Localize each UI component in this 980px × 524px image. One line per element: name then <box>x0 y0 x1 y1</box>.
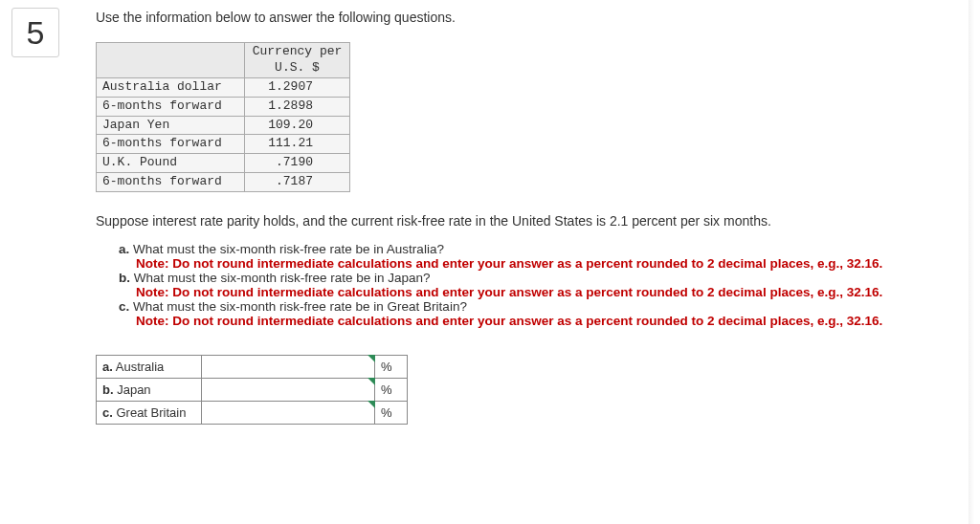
answer-row-c: c. Great Britain % <box>97 402 408 425</box>
answer-unit-b: % <box>375 379 408 402</box>
sub-question-c: c. What must the six-month risk-free rat… <box>119 299 969 328</box>
input-marker-icon <box>368 378 375 385</box>
input-marker-icon <box>368 355 375 362</box>
answer-unit-a: % <box>375 356 408 379</box>
currency-label: U.K. Pound <box>97 154 245 173</box>
currency-table-blank-header <box>97 43 245 78</box>
question-content: Use the information below to answer the … <box>96 10 969 425</box>
answer-row-b: b. Japan % <box>97 379 408 402</box>
currency-table-header: Currency per U.S. $ <box>245 43 350 78</box>
table-row: 6-months forward 111.21 <box>97 135 350 154</box>
sub-questions: a. What must the six-month risk-free rat… <box>96 242 969 328</box>
answer-row-a: a. Australia % <box>97 356 408 379</box>
currency-label: 6-months forward <box>97 97 245 116</box>
currency-label: Japan Yen <box>97 116 245 135</box>
currency-value: 111.21 <box>245 135 350 154</box>
scroll-shadow <box>969 0 974 524</box>
table-row: 6-months forward .7187 <box>97 173 350 192</box>
answer-label-b: b. Japan <box>97 379 202 402</box>
currency-label: Australia dollar <box>97 77 245 97</box>
currency-value: .7187 <box>245 173 350 192</box>
sub-question-b: b. What must the six-month risk-free rat… <box>119 271 969 299</box>
note-b: Note: Do not round intermediate calculat… <box>119 285 969 299</box>
note-a: Note: Do not round intermediate calculat… <box>119 256 969 271</box>
input-marker-icon <box>368 401 375 408</box>
answer-input-cell-b <box>202 379 375 402</box>
answer-input-a[interactable] <box>202 356 374 378</box>
currency-label: 6-months forward <box>97 135 245 154</box>
answer-unit-c: % <box>375 402 408 425</box>
intro-text: Use the information below to answer the … <box>96 10 969 25</box>
table-row: U.K. Pound .7190 <box>97 154 350 173</box>
currency-value: 1.2907 <box>245 77 350 97</box>
table-row: 6-months forward 1.2898 <box>97 97 350 116</box>
currency-value: .7190 <box>245 154 350 173</box>
currency-value: 1.2898 <box>245 97 350 116</box>
answer-input-b[interactable] <box>202 379 374 401</box>
answer-input-c[interactable] <box>202 402 374 424</box>
note-c: Note: Do not round intermediate calculat… <box>119 314 969 328</box>
irp-intro-text: Suppose interest rate parity holds, and … <box>96 213 969 229</box>
answer-table: a. Australia % b. Japan % c. Great Brita… <box>96 355 408 425</box>
answer-input-cell-c <box>202 402 375 425</box>
currency-label: 6-months forward <box>97 173 245 192</box>
table-row: Japan Yen 109.20 <box>97 116 350 135</box>
answer-input-cell-a <box>202 356 375 379</box>
sub-question-a: a. What must the six-month risk-free rat… <box>119 242 969 271</box>
answer-label-c: c. Great Britain <box>97 402 202 425</box>
question-number-badge: 5 <box>11 8 59 57</box>
currency-value: 109.20 <box>245 116 350 135</box>
answer-label-a: a. Australia <box>97 356 202 379</box>
currency-table: Currency per U.S. $ Australia dollar 1.2… <box>96 42 350 192</box>
table-row: Australia dollar 1.2907 <box>97 77 350 97</box>
